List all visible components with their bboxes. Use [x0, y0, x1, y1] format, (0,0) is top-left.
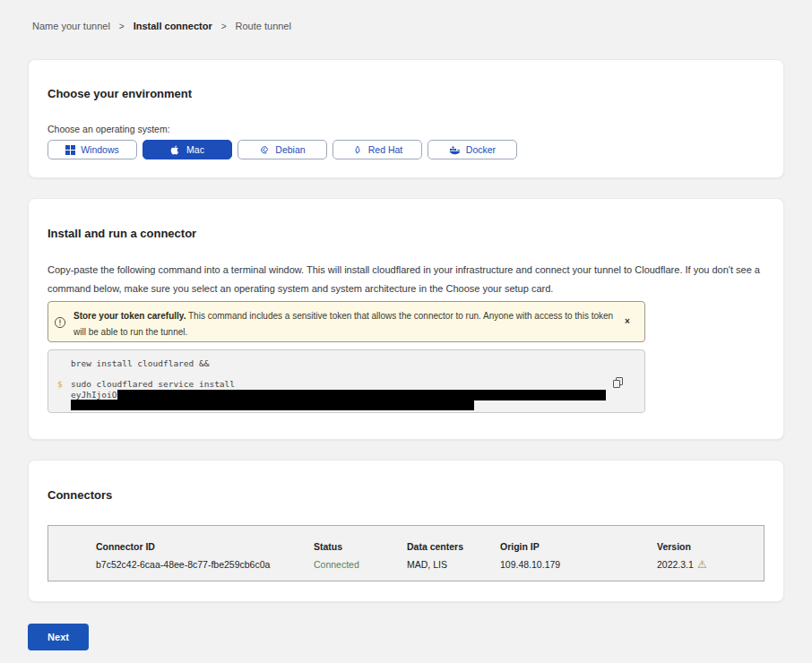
cell-origin-ip: 109.48.10.179	[500, 555, 657, 573]
token-warning-bold: Store your token carefully.	[73, 311, 186, 321]
install-connector-title: Install and run a connector	[48, 227, 764, 240]
install-command-codeblock[interactable]: $ brew install cloudflared && sudo cloud…	[48, 349, 645, 413]
token-warning-banner: Store your token carefully. This command…	[48, 301, 645, 342]
choose-environment-title: Choose your environment	[48, 87, 764, 100]
version-value: 2022.3.1	[657, 559, 694, 570]
install-description-line1: Copy-paste the following command into a …	[48, 261, 764, 280]
os-button-docker[interactable]: Docker	[428, 140, 517, 159]
redacted-token-bar2	[71, 400, 474, 410]
cell-version: 2022.3.1⚠	[657, 555, 764, 573]
install-connector-card: Install and run a connector Copy-paste t…	[28, 198, 784, 440]
header-data-centers: Data centers	[407, 538, 500, 555]
connectors-table-row: b7c52c42-6caa-48ee-8c77-fbe259cb6c0a Con…	[96, 555, 764, 573]
token-warning-line2: will be able to run the tunnel.	[73, 324, 603, 340]
os-button-mac[interactable]: Mac	[143, 140, 232, 159]
breadcrumb-route-tunnel[interactable]: Route tunnel	[236, 21, 291, 31]
os-label: Choose an operating system:	[48, 124, 764, 134]
main-container: Choose your environment Choose an operat…	[28, 59, 784, 650]
os-button-debian[interactable]: Debian	[238, 140, 327, 159]
close-icon[interactable]: ×	[621, 315, 634, 328]
os-button-label: Windows	[81, 144, 119, 155]
token-warning-line1: Store your token carefully. This command…	[73, 308, 603, 324]
header-origin-ip: Origin IP	[500, 538, 657, 555]
header-connector-id: Connector ID	[96, 538, 314, 555]
os-button-label: Docker	[466, 144, 496, 155]
code-line-sudo: sudo cloudflared service install	[71, 379, 644, 390]
os-button-label: Red Hat	[368, 144, 403, 155]
next-button[interactable]: Next	[28, 624, 89, 650]
redacted-token-bar	[117, 390, 606, 400]
code-line-blank	[71, 369, 644, 380]
code-line-token: eyJhIjoiO	[71, 390, 644, 400]
breadcrumb-install-connector[interactable]: Install connector	[134, 21, 212, 31]
code-line-brew: brew install cloudflared &&	[71, 358, 644, 369]
breadcrumb-name-your-tunnel[interactable]: Name your tunnel	[32, 21, 110, 31]
version-warning-icon: ⚠	[697, 558, 707, 571]
header-status: Status	[314, 538, 407, 555]
cell-data-centers: MAD, LIS	[407, 555, 500, 573]
connectors-table-header: Connector ID Status Data centers Origin …	[96, 538, 764, 555]
install-description: Copy-paste the following command into a …	[48, 261, 764, 298]
token-warning-rest: This command includes a sensitive token …	[186, 311, 613, 321]
cell-status: Connected	[314, 555, 407, 573]
header-version: Version	[657, 538, 764, 555]
os-button-redhat[interactable]: Red Hat	[333, 140, 422, 159]
apple-logo-icon	[170, 144, 181, 155]
cell-connector-id: b7c52c42-6caa-48ee-8c77-fbe259cb6c0a	[96, 555, 314, 573]
os-button-label: Mac	[186, 144, 204, 155]
token-prefix: eyJhIjoiO	[71, 390, 117, 400]
debian-logo-icon	[259, 144, 270, 155]
docker-logo-icon	[449, 145, 461, 155]
breadcrumb-separator: >	[119, 22, 125, 31]
copy-icon[interactable]	[613, 377, 623, 388]
token-warning-text: Store your token carefully. This command…	[73, 308, 603, 340]
os-button-label: Debian	[275, 144, 305, 155]
os-button-row: Windows Mac Debian Red Hat	[48, 140, 764, 159]
alert-circle-icon	[54, 316, 66, 329]
connectors-title: Connectors	[48, 488, 764, 502]
breadcrumb-separator: >	[221, 22, 227, 31]
windows-logo-icon	[65, 145, 75, 155]
install-description-line2: command below, make sure you select an o…	[48, 280, 764, 298]
connectors-card: Connectors Connector ID Status Data cent…	[28, 460, 784, 602]
breadcrumb: Name your tunnel > Install connector > R…	[0, 0, 812, 31]
connectors-table: Connector ID Status Data centers Origin …	[48, 525, 764, 581]
redhat-logo-icon	[352, 144, 363, 155]
code-line-token2	[71, 400, 644, 410]
choose-environment-card: Choose your environment Choose an operat…	[28, 59, 784, 178]
os-button-windows[interactable]: Windows	[48, 140, 137, 159]
terminal-prompt: $	[57, 379, 63, 389]
